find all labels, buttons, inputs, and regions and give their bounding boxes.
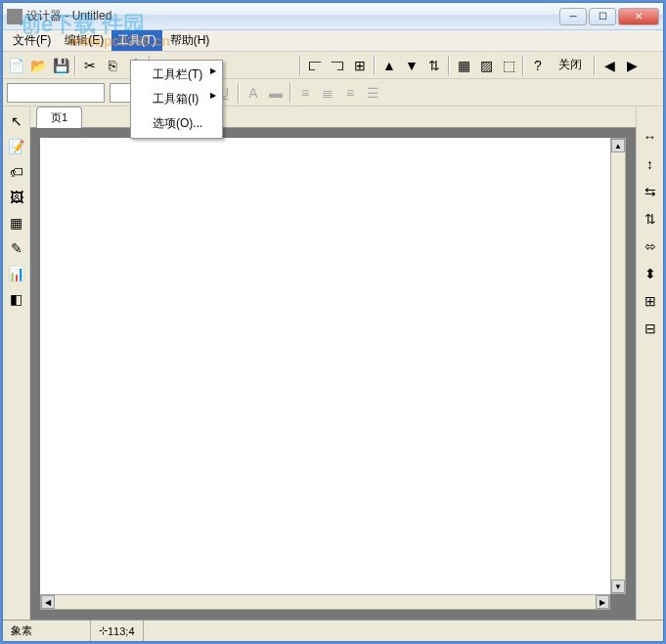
separator [522, 56, 524, 75]
menu-file[interactable]: 文件(F) [7, 30, 57, 51]
menu-help[interactable]: 帮助(H) [164, 30, 216, 51]
window-controls: ─ ☐ ✕ [559, 8, 659, 25]
left-toolbox: ↖ 📝 🏷 🖼 ▦ ✎ 📊 ◧ [3, 107, 30, 620]
menu-item-toolbar[interactable]: 工具栏(T) [133, 63, 220, 87]
statusbar: 象素 ⊹ 113;4 [3, 620, 663, 641]
separator [74, 56, 76, 75]
cut-icon[interactable]: ✂ [79, 55, 101, 76]
tools-dropdown: 工具栏(T) 工具箱(I) 选项(O)... [130, 60, 223, 139]
crosshair-icon: ⊹ [99, 624, 108, 637]
size-w-icon[interactable]: ⬄ [640, 236, 661, 257]
align-v-icon[interactable]: ↕ [640, 153, 661, 175]
align-center-icon[interactable]: ⫎ [327, 55, 348, 76]
font-color-icon[interactable]: A [243, 82, 264, 104]
snap-icon[interactable]: ▨ [475, 55, 497, 76]
canvas-wrap: ▲ ▼ ◀ ▶ [30, 128, 636, 620]
text-tool-icon[interactable]: 📝 [6, 136, 27, 157]
order-icon[interactable]: ⇅ [423, 55, 445, 76]
copy-icon[interactable]: ⎘ [102, 55, 123, 76]
separator [374, 56, 376, 75]
close-toolbar-button[interactable]: 关闭 [550, 54, 591, 76]
group-tool-icon[interactable]: ⊞ [640, 290, 661, 312]
status-coordinates: ⊹ 113;4 [91, 621, 144, 641]
dist-h-icon[interactable]: ⇆ [640, 181, 661, 202]
fill-color-icon[interactable]: ▬ [265, 82, 287, 104]
separator [594, 56, 596, 75]
font-family-select[interactable] [7, 83, 105, 103]
align-h-icon[interactable]: ↔ [640, 126, 661, 148]
justify-icon[interactable]: ☰ [362, 82, 383, 104]
shape-tool-icon[interactable]: ◧ [6, 288, 27, 310]
help-icon[interactable]: ? [527, 55, 549, 76]
next-icon[interactable]: ▶ [621, 55, 643, 76]
scroll-right-icon[interactable]: ▶ [596, 595, 609, 609]
prev-icon[interactable]: ◀ [599, 55, 620, 76]
save-icon[interactable]: 💾 [50, 55, 71, 76]
main-window: 设计器 - Untitled ─ ☐ ✕ 文件(F) 编辑(E) 工具(T) 帮… [2, 2, 664, 642]
image-tool-icon[interactable]: 🖼 [6, 187, 27, 208]
send-back-icon[interactable]: ▼ [401, 55, 422, 76]
cursor-snap-icon[interactable]: ⬚ [498, 55, 519, 76]
menubar: 文件(F) 编辑(E) 工具(T) 帮助(H) [3, 30, 663, 52]
toolbar-format: B I U A ▬ ≡ ≣ ≡ ☰ [3, 79, 663, 107]
tab-page1[interactable]: 页1 [36, 107, 82, 128]
maximize-button[interactable]: ☐ [589, 8, 616, 25]
vertical-scrollbar[interactable]: ▲ ▼ [610, 138, 626, 594]
center-area: 页1 ▲ ▼ ◀ ▶ [30, 107, 636, 620]
ungroup-tool-icon[interactable]: ⊟ [640, 318, 661, 339]
right-toolbox: ↔ ↕ ⇆ ⇅ ⬄ ⬍ ⊞ ⊟ [636, 107, 663, 620]
separator [238, 83, 240, 103]
new-icon[interactable]: 📄 [5, 55, 26, 76]
pointer-tool-icon[interactable]: ↖ [6, 110, 27, 132]
draw-tool-icon[interactable]: ✎ [6, 237, 27, 259]
menu-item-toolbox[interactable]: 工具箱(I) [133, 87, 220, 111]
menu-edit[interactable]: 编辑(E) [59, 30, 110, 51]
separator [299, 56, 301, 75]
main-area: ↖ 📝 🏷 🖼 ▦ ✎ 📊 ◧ 页1 ▲ ▼ ◀ [3, 107, 663, 620]
status-units: 象素 [3, 621, 91, 641]
scroll-up-icon[interactable]: ▲ [611, 139, 625, 152]
menu-item-options[interactable]: 选项(O)... [133, 111, 220, 136]
align-right-text-icon[interactable]: ≡ [339, 82, 361, 104]
group-icon[interactable]: ⊞ [349, 55, 371, 76]
toolbar-main: 📄 📂 💾 ✂ ⎘ 📋 ↶ ↷ ⫍ ⫎ ⊞ ▲ ▼ ⇅ ▦ ▨ ⬚ ? 关闭 ◀… [3, 52, 663, 79]
app-icon [7, 9, 22, 24]
canvas-grid [40, 138, 610, 594]
close-button[interactable]: ✕ [618, 8, 659, 25]
menu-tools[interactable]: 工具(T) [111, 30, 161, 51]
open-icon[interactable]: 📂 [27, 55, 49, 76]
size-h-icon[interactable]: ⬍ [640, 263, 661, 284]
window-title: 设计器 - Untitled [26, 8, 559, 24]
separator [289, 83, 291, 103]
scroll-down-icon[interactable]: ▼ [611, 580, 625, 593]
dist-v-icon[interactable]: ⇅ [640, 208, 661, 230]
label-tool-icon[interactable]: 🏷 [6, 161, 27, 183]
align-left-text-icon[interactable]: ≡ [294, 82, 316, 104]
minimize-button[interactable]: ─ [559, 8, 587, 25]
chart-tool-icon[interactable]: 📊 [6, 263, 27, 284]
tab-strip: 页1 [30, 107, 636, 128]
table-tool-icon[interactable]: ▦ [6, 212, 27, 234]
bring-front-icon[interactable]: ▲ [378, 55, 400, 76]
grid-icon[interactable]: ▦ [453, 55, 474, 76]
align-center-text-icon[interactable]: ≣ [317, 82, 338, 104]
design-canvas[interactable] [40, 138, 610, 594]
horizontal-scrollbar[interactable]: ◀ ▶ [40, 594, 610, 610]
titlebar: 设计器 - Untitled ─ ☐ ✕ [3, 3, 663, 30]
separator [448, 56, 450, 75]
align-left-icon[interactable]: ⫍ [304, 55, 326, 76]
scroll-left-icon[interactable]: ◀ [41, 595, 55, 609]
